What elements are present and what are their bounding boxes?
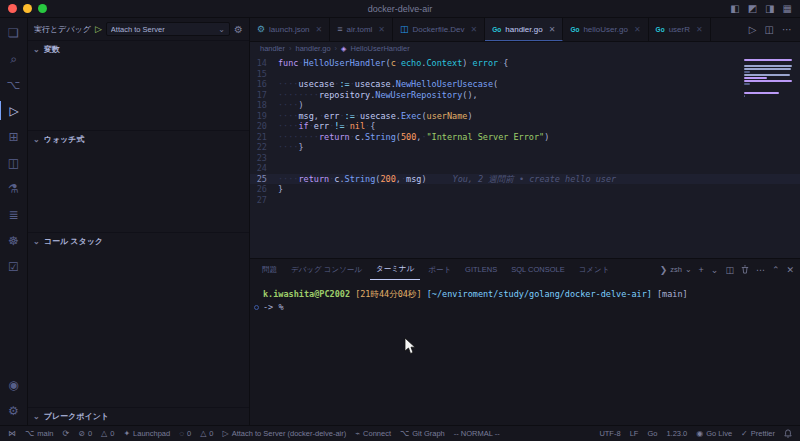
more-actions-icon[interactable]: ⋯ xyxy=(756,265,765,275)
chevron-down-icon: ⌄ xyxy=(218,25,225,34)
tab-Dockerfile.Dev[interactable]: ◫Dockerfile.Dev✕ xyxy=(393,18,485,41)
tab-close-icon[interactable]: ✕ xyxy=(471,25,478,34)
panel-tab[interactable]: ターミナル xyxy=(370,259,420,280)
panel-tab[interactable]: デバッグ コンソール xyxy=(285,259,368,280)
terminal-profiles-icon[interactable]: ⌄ xyxy=(711,265,719,275)
section-header[interactable]: ⌄変数 xyxy=(28,40,249,58)
minimize-window-button[interactable] xyxy=(23,4,32,13)
settings-icon[interactable]: ⚙ xyxy=(0,401,27,420)
minimap[interactable] xyxy=(744,59,796,101)
status-insertions[interactable]: △0 xyxy=(200,429,213,438)
status-eol[interactable]: LF xyxy=(630,429,639,438)
debug-settings-icon[interactable]: ⚙ xyxy=(234,24,243,35)
status-git-graph[interactable]: ⌥Git Graph xyxy=(400,429,445,438)
section-header[interactable]: ⌄コール スタック xyxy=(28,232,249,250)
status-vim-mode[interactable]: -- NORMAL -- xyxy=(454,429,500,438)
start-debug-button[interactable]: ▷ xyxy=(95,24,102,34)
line-number: 16 xyxy=(250,79,278,90)
status-errors[interactable]: ⊘0 xyxy=(78,429,92,438)
kubernetes-icon[interactable]: ☸ xyxy=(0,231,27,250)
line-text: ········repository.NewUserRepository(), xyxy=(278,90,478,101)
close-panel-icon[interactable]: ✕ xyxy=(786,265,794,275)
toggle-panel-icon[interactable]: ◩ xyxy=(748,3,757,14)
terminal[interactable]: k.iwashita@PC2002 [21時44分04秒] [~/envirom… xyxy=(250,280,800,425)
kill-terminal-icon[interactable] xyxy=(741,265,749,274)
tab-close-icon[interactable]: ✕ xyxy=(634,25,641,34)
more-editor-actions-icon[interactable]: ⋯ xyxy=(782,24,792,35)
toggle-primary-sidebar-icon[interactable]: ◧ xyxy=(730,3,739,14)
run-file-icon[interactable]: ▷ xyxy=(749,24,757,35)
tab-air.toml[interactable]: ≡air.toml✕ xyxy=(330,18,393,41)
go-file-icon: Go xyxy=(570,25,579,34)
source-control-icon[interactable]: ⌥ xyxy=(0,75,27,94)
docker-icon[interactable]: ◫ xyxy=(0,153,27,172)
toggle-secondary-sidebar-icon[interactable]: ◨ xyxy=(765,3,774,14)
plug-icon: ⌁ xyxy=(355,429,360,438)
status-go-version[interactable]: 1.23.0 xyxy=(666,429,687,438)
todo-icon[interactable]: ☑ xyxy=(0,257,27,276)
status-warnings[interactable]: △0 xyxy=(101,429,114,438)
status-encoding[interactable]: UTF-8 xyxy=(599,429,620,438)
code-line: 24 xyxy=(250,163,800,174)
status-branch[interactable]: ⌥main xyxy=(25,429,53,438)
explorer-icon[interactable]: ❏ xyxy=(0,23,27,42)
breadcrumb-item[interactable]: HelloUserHandler xyxy=(350,44,409,53)
search-icon[interactable]: ⌕ xyxy=(0,49,27,68)
breadcrumb-item[interactable]: handler xyxy=(260,44,285,53)
section-header[interactable]: ⌄ウォッチ式 xyxy=(28,130,249,148)
panel-header: 問題デバッグ コンソールターミナルポートGITLENSSQL CONSOLEコメ… xyxy=(250,259,800,280)
status-sync[interactable]: ⟳ xyxy=(62,429,69,438)
check-icon: ✓ xyxy=(741,429,748,438)
panel-tab[interactable]: コメント xyxy=(573,259,616,280)
panel-tab[interactable]: GITLENS xyxy=(459,259,503,280)
tab-label: userR xyxy=(669,25,690,34)
tab-close-icon[interactable]: ✕ xyxy=(549,25,556,34)
section-header[interactable]: ⌄ブレークポイント xyxy=(28,407,249,425)
tab-close-icon[interactable]: ✕ xyxy=(316,25,323,34)
status-launchpad[interactable]: ✦Launchpad xyxy=(123,429,170,438)
debug-config-label: Attach to Server xyxy=(111,25,165,34)
status-debug-config[interactable]: ▷Attach to Server (docker-delve-air) xyxy=(222,429,346,438)
status-notifications[interactable] xyxy=(784,429,792,438)
line-text: ····if·err·!=·nil·{ xyxy=(278,121,375,132)
status-connect[interactable]: ⌁Connect xyxy=(355,429,391,438)
editor-group: ⚙launch.json✕≡air.toml✕◫Dockerfile.Dev✕G… xyxy=(250,18,800,425)
status-go-live[interactable]: ◉Go Live xyxy=(696,429,732,438)
panel-tab[interactable]: ポート xyxy=(422,259,457,280)
split-editor-icon[interactable]: ◫ xyxy=(765,24,774,35)
maximize-panel-icon[interactable]: ⌃ xyxy=(772,265,780,275)
terminal-line: -> % xyxy=(263,301,800,314)
tab-userR[interactable]: GouserR✕ xyxy=(649,18,711,41)
section-body xyxy=(28,58,249,130)
command-decoration[interactable] xyxy=(254,305,259,310)
tab-close-icon[interactable]: ✕ xyxy=(378,25,385,34)
code-editor[interactable]: 14func·HelloUserHandler(c·echo.Context)·… xyxy=(250,55,800,258)
rocket-icon: ✦ xyxy=(123,429,130,438)
panel-tab[interactable]: SQL CONSOLE xyxy=(505,259,571,280)
close-window-button[interactable] xyxy=(8,4,17,13)
account-icon[interactable]: ◉ xyxy=(0,375,27,394)
panel-tab[interactable]: 問題 xyxy=(256,259,283,280)
run-debug-icon[interactable]: ▷ xyxy=(0,101,27,120)
debug-config-select[interactable]: Attach to Server ⌄ xyxy=(106,22,230,36)
status-language[interactable]: Go xyxy=(647,429,657,438)
maximize-window-button[interactable] xyxy=(38,4,47,13)
code-line: 23 xyxy=(250,153,800,164)
graph-icon: ⌥ xyxy=(400,429,409,438)
breadcrumb-item[interactable]: handler.go xyxy=(296,44,331,53)
split-terminal-icon[interactable]: ◫ xyxy=(725,265,734,275)
database-icon[interactable]: ≣ xyxy=(0,205,27,224)
testing-icon[interactable]: ⚗ xyxy=(0,179,27,198)
customize-layout-icon[interactable]: ▦ xyxy=(783,3,792,14)
status-prettier[interactable]: ✓Prettier xyxy=(741,429,775,438)
new-terminal-icon[interactable]: + xyxy=(699,265,704,275)
tab-handler.go[interactable]: Gohandler.go✕ xyxy=(485,18,563,41)
tab-helloUser.go[interactable]: GohelloUser.go✕ xyxy=(563,18,648,41)
shell-selector[interactable]: ❯zsh⌄ xyxy=(660,265,692,275)
tab-close-icon[interactable]: ✕ xyxy=(696,25,703,34)
status-remote[interactable]: ⋈ xyxy=(8,429,16,438)
tab-launch.json[interactable]: ⚙launch.json✕ xyxy=(250,18,330,41)
extensions-icon[interactable]: ⊞ xyxy=(0,127,27,146)
breadcrumb: handler›handler.go›◈HelloUserHandler xyxy=(250,42,800,55)
status-changes[interactable]: ◌0 xyxy=(179,429,191,438)
